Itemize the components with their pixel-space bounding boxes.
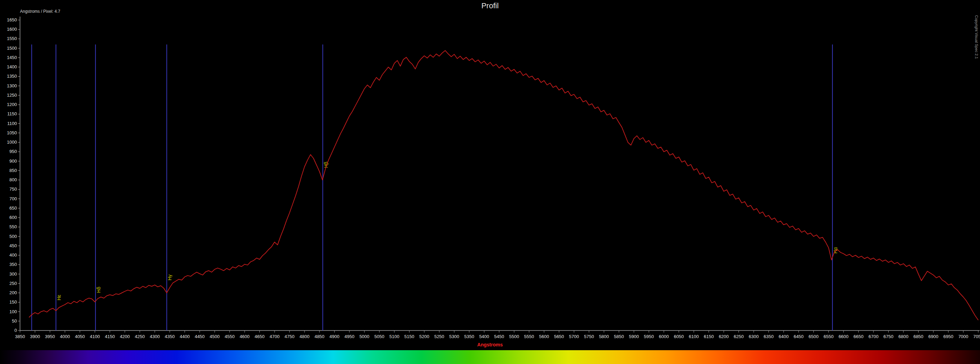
x-tick-label: 4400 [180,334,190,339]
x-tick-label: 6900 [928,334,938,339]
y-tick-label: 1050 [7,130,17,136]
y-tick-label: 1350 [7,73,17,79]
spectrum-color-bar [0,350,980,364]
x-tick-label: 3850 [15,334,25,339]
y-tick-label: 550 [9,224,17,229]
x-tick-label: 7000 [958,334,968,339]
x-tick-label: 6950 [943,334,953,339]
x-tick-label: 6600 [838,334,849,339]
x-tick-label: 4450 [194,334,205,339]
y-tick-label: 300 [9,271,17,277]
x-axis-title: Angstroms [0,342,980,347]
x-tick-label: 6400 [778,334,789,339]
x-tick-label: 4950 [344,334,354,339]
x-tick-label: 5600 [539,334,549,339]
y-tick-label: 1400 [7,64,17,69]
y-tick-label: 1650 [7,17,17,22]
x-tick-label: 5050 [374,334,384,339]
x-tick-label: 4900 [329,334,339,339]
x-tick-label: 5350 [464,334,474,339]
x-tick-label: 4100 [90,334,100,339]
x-tick-label: 5000 [360,334,369,339]
x-tick-label: 4850 [315,334,325,339]
x-tick-label: 4600 [240,334,250,339]
x-tick-label: 3900 [30,334,40,339]
x-tick-label: 5750 [584,334,594,339]
x-tick-label: 6650 [853,334,864,339]
x-tick-label: 4050 [75,334,85,339]
y-tick-label: 500 [9,234,17,239]
x-tick-label: 7050 [974,334,980,339]
x-tick-label: 5250 [434,334,444,339]
x-tick-label: 4350 [165,334,175,339]
x-tick-label: 4200 [120,334,130,339]
x-tick-label: 6750 [883,334,893,339]
x-tick-label: 5850 [614,334,624,339]
y-tick-label: 450 [9,243,17,248]
x-tick-label: 5100 [390,334,399,339]
y-tick-label: 50 [12,318,17,324]
x-tick-label: 5550 [524,334,534,339]
y-tick-label: 400 [9,252,17,258]
x-tick-label: 4650 [255,334,264,339]
spectrum-app: Profil Angstroms / Pixel: 4.7 Copyright … [0,0,980,364]
y-tick-label: 700 [9,196,17,201]
y-tick-label: 1150 [7,111,17,117]
x-tick-label: 4250 [135,334,145,339]
x-tick-label: 6500 [808,334,819,339]
x-tick-label: 6050 [674,334,684,339]
x-tick-label: 6700 [869,334,878,339]
x-tick-label: 4700 [269,334,279,339]
x-tick-label: 5500 [509,334,519,339]
x-tick-label: 4150 [105,334,115,339]
y-tick-label: 1500 [7,46,17,51]
x-tick-label: 6300 [749,334,759,339]
y-tick-label: 1100 [7,121,17,126]
x-tick-label: 4550 [224,334,235,339]
x-tick-label: 6200 [719,334,729,339]
x-tick-label: 6850 [913,334,923,339]
x-tick-label: 6800 [899,334,908,339]
balmer-line-label: Hε [56,295,62,300]
y-tick-label: 150 [9,299,17,305]
y-tick-label: 1000 [7,139,17,145]
y-tick-label: 1550 [7,36,17,41]
x-tick-label: 6100 [689,334,699,339]
x-tick-label: 4300 [150,334,160,339]
x-tick-label: 5700 [569,334,579,339]
x-tick-label: 5800 [599,334,609,339]
y-tick-label: 650 [9,206,17,211]
x-tick-label: 5200 [420,334,430,339]
x-tick-label: 5450 [494,334,504,339]
balmer-line-label: Hδ [96,287,102,293]
balmer-line-label: Hα [833,247,838,254]
balmer-line-label: Hγ [167,275,172,281]
y-tick-label: 1450 [7,55,17,60]
y-tick-label: 800 [9,177,17,182]
x-tick-label: 6350 [764,334,774,339]
x-tick-label: 4800 [299,334,309,339]
x-tick-label: 5300 [449,334,459,339]
x-tick-label: 5400 [479,334,489,339]
x-tick-label: 5900 [629,334,639,339]
x-tick-label: 5650 [554,334,564,339]
x-tick-label: 6250 [734,334,744,339]
x-tick-label: 5950 [644,334,654,339]
y-tick-label: 200 [9,290,17,295]
x-tick-label: 6450 [794,334,804,339]
y-tick-label: 1250 [7,93,17,98]
x-tick-label: 5150 [404,334,414,339]
x-tick-label: 4750 [285,334,294,339]
y-tick-label: 1300 [7,83,17,88]
y-tick-label: 100 [9,309,17,314]
y-tick-label: 850 [9,168,17,173]
x-tick-label: 3950 [45,334,55,339]
x-tick-label: 4000 [60,334,70,339]
spectrum-chart[interactable]: 0501001502002503003504004505005506006507… [0,0,980,349]
y-tick-label: 0 [14,328,17,333]
y-tick-label: 900 [9,158,17,164]
x-tick-label: 6150 [704,334,714,339]
y-tick-label: 600 [9,215,17,220]
y-tick-label: 750 [9,187,17,192]
x-tick-label: 6550 [823,334,834,339]
